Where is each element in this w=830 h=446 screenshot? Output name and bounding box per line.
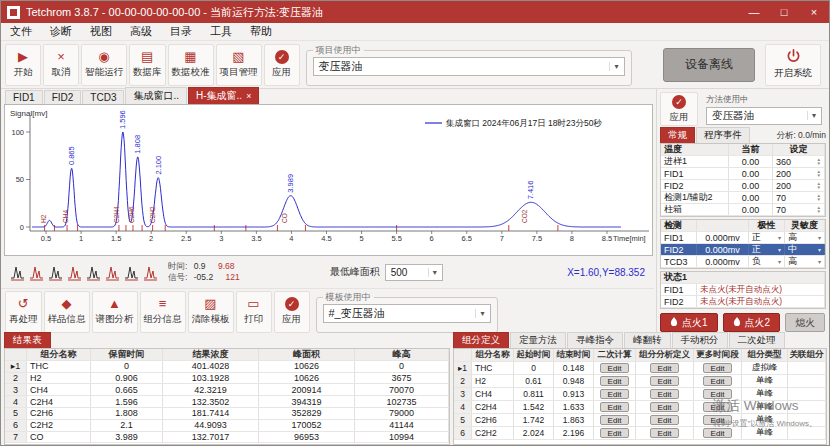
spinner-icon[interactable]: ▲▼ <box>817 182 821 190</box>
detector-row[interactable]: TCD30.000mv负▾高▾ <box>661 256 825 268</box>
menu-item-2[interactable]: 视图 <box>81 24 121 39</box>
spinner-icon[interactable]: ▲▼ <box>817 158 821 166</box>
temp-row[interactable]: FID20.00200▲▼ <box>661 180 825 192</box>
menu-item-1[interactable]: 诊断 <box>41 24 81 39</box>
chart-tab-4[interactable]: H-集成窗..× <box>188 87 259 104</box>
results-row[interactable]: 3CH40.66542.321920091470070 <box>5 384 449 396</box>
detector-row[interactable]: FID10.000mv正▾高▾ <box>661 232 825 244</box>
database-button[interactable]: ▤数据库 <box>129 44 166 86</box>
cancel-button[interactable]: ×取消 <box>43 44 79 86</box>
edit-analysis-definition-button[interactable]: Edit <box>650 402 680 412</box>
sample-info-button[interactable]: ◆样品信息 <box>44 291 90 333</box>
results-row[interactable]: ▸1THC0401.4028106260 <box>5 361 449 373</box>
edit-secondary-calc-button[interactable]: Edit <box>600 415 630 425</box>
tab-components-5[interactable]: 二次处理 <box>729 332 785 348</box>
method-tab-1[interactable]: 程序事件 <box>696 127 750 143</box>
chart-tab-0[interactable]: FID1 <box>5 90 43 104</box>
peak-thumbnail[interactable] <box>10 262 25 282</box>
results-row[interactable]: 4C2H41.596132.3502394319102735 <box>5 396 449 408</box>
edit-more-time-button[interactable]: Edit <box>703 402 733 412</box>
spectrum-analysis-button[interactable]: ▲谱图分析 <box>92 291 138 333</box>
peak-thumbnail[interactable] <box>67 262 82 282</box>
power-button[interactable]: 开启系统 <box>765 44 821 86</box>
tab-components-4[interactable]: 手动积分 <box>672 332 728 348</box>
edit-more-time-button[interactable]: Edit <box>703 363 733 373</box>
min-area-input[interactable]: 500 ▾ <box>385 264 443 281</box>
results-row[interactable]: 5C2H61.808181.741435282979000 <box>5 408 449 420</box>
ignite2-button[interactable]: 点火2 <box>723 313 781 332</box>
peak-thumbnail[interactable] <box>86 262 101 282</box>
chart-tab-2[interactable]: TCD3 <box>82 90 124 104</box>
menu-item-6[interactable]: 帮助 <box>241 24 281 39</box>
components-row[interactable]: 2H20.610.948EditEditEdit单峰 <box>454 375 826 388</box>
edit-analysis-definition-button[interactable]: Edit <box>650 376 680 386</box>
edit-secondary-calc-button[interactable]: Edit <box>600 389 630 399</box>
components-row[interactable]: 4C2H41.5421.633EditEditEdit单峰 <box>454 401 826 414</box>
peak-thumbnail[interactable] <box>29 262 44 282</box>
peak-thumbnail[interactable] <box>124 262 139 282</box>
edit-secondary-calc-button[interactable]: Edit <box>600 376 630 386</box>
clear-template-button[interactable]: ▨清除模板 <box>188 291 234 333</box>
results-row[interactable]: 6C2H22.144.909317005241144 <box>5 420 449 432</box>
component-info-button[interactable]: ≡组分信息 <box>140 291 186 333</box>
data-calibration-button[interactable]: ▦数据校准 <box>168 44 214 86</box>
edit-more-time-button[interactable]: Edit <box>703 389 733 399</box>
start-button[interactable]: ▶开始 <box>5 44 41 86</box>
smart-run-button[interactable]: ◉智能运行 <box>81 44 127 86</box>
menu-item-3[interactable]: 高级 <box>121 24 161 39</box>
project-select[interactable]: 变压器油 ▾ <box>313 57 625 76</box>
spinner-icon[interactable]: ▲▼ <box>817 206 821 214</box>
spinner-icon[interactable]: ▲▼ <box>817 170 821 178</box>
edit-analysis-definition-button[interactable]: Edit <box>650 389 680 399</box>
apply-button[interactable]: ✓应用 <box>264 44 300 86</box>
edit-more-time-button[interactable]: Edit <box>703 428 733 438</box>
temp-row[interactable]: 柱箱0.0070▲▼ <box>661 204 825 216</box>
results-row[interactable]: 7CO3.989132.70179695310994 <box>5 432 449 444</box>
components-row[interactable]: 3CH40.8110.913EditEditEdit单峰 <box>454 388 826 401</box>
edit-analysis-definition-button[interactable]: Edit <box>650 363 680 373</box>
method-select[interactable]: 变压器油 ▾ <box>706 107 822 125</box>
template-select[interactable]: #_变压器油 ▾ <box>323 304 491 323</box>
method-apply-button[interactable]: ✓ 应用 <box>660 92 698 126</box>
ignite1-button[interactable]: 点火1 <box>660 313 718 332</box>
tab-components-1[interactable]: 定量方法 <box>510 332 566 348</box>
temp-row[interactable]: FID10.00200▲▼ <box>661 168 825 180</box>
temp-row[interactable]: 检测1/辅助20.0070▲▼ <box>661 192 825 204</box>
components-row[interactable]: 6C2H22.0242.196EditEditEdit单峰 <box>454 427 826 440</box>
project-management-button[interactable]: ▧项目管理 <box>216 44 262 86</box>
close-button[interactable]: × <box>799 1 829 23</box>
tab-components-0[interactable]: 组分定义 <box>453 332 509 348</box>
minimize-button[interactable]: — <box>739 1 769 23</box>
peak-thumbnail[interactable] <box>48 262 63 282</box>
menu-item-5[interactable]: 工具 <box>201 24 241 39</box>
peak-thumbnail[interactable] <box>105 262 120 282</box>
print-button[interactable]: ▭打印 <box>236 291 272 333</box>
extinguish-button[interactable]: 熄火 <box>785 313 825 332</box>
maximize-button[interactable]: □ <box>769 1 799 23</box>
apply-button[interactable]: ✓应用 <box>274 291 310 333</box>
peak-thumbnail[interactable] <box>143 262 158 282</box>
edit-secondary-calc-button[interactable]: Edit <box>600 402 630 412</box>
edit-analysis-definition-button[interactable]: Edit <box>650 415 680 425</box>
spinner-icon[interactable]: ▲▼ <box>817 194 821 202</box>
menu-item-4[interactable]: 目录 <box>161 24 201 39</box>
tab-components-3[interactable]: 峰翻转 <box>624 332 671 348</box>
device-offline-button[interactable]: 设备离线 <box>663 48 755 82</box>
menu-item-0[interactable]: 文件 <box>1 24 41 39</box>
components-row[interactable]: 5C2H61.7421.863EditEditEdit单峰 <box>454 414 826 427</box>
edit-more-time-button[interactable]: Edit <box>703 376 733 386</box>
chart-tab-3[interactable]: 集成窗口.. <box>125 87 187 104</box>
chart-tab-1[interactable]: FID2 <box>44 90 82 104</box>
tab-close-icon[interactable]: × <box>246 91 251 101</box>
method-tab-0[interactable]: 常规 <box>660 127 695 143</box>
temp-row[interactable]: 进样10.00360▲▼ <box>661 156 825 168</box>
reprocess-button[interactable]: ↺再处理 <box>5 291 42 333</box>
edit-analysis-definition-button[interactable]: Edit <box>650 428 680 438</box>
edit-secondary-calc-button[interactable]: Edit <box>600 363 630 373</box>
tab-results[interactable]: 结果表 <box>4 332 51 348</box>
detector-row[interactable]: FID20.000mv正▾中▾ <box>661 244 825 256</box>
edit-more-time-button[interactable]: Edit <box>703 415 733 425</box>
components-row[interactable]: ▸1THC00.148EditEditEdit虚拟峰 <box>454 362 826 375</box>
tab-components-2[interactable]: 寻峰指令 <box>567 332 623 348</box>
edit-secondary-calc-button[interactable]: Edit <box>600 428 630 438</box>
